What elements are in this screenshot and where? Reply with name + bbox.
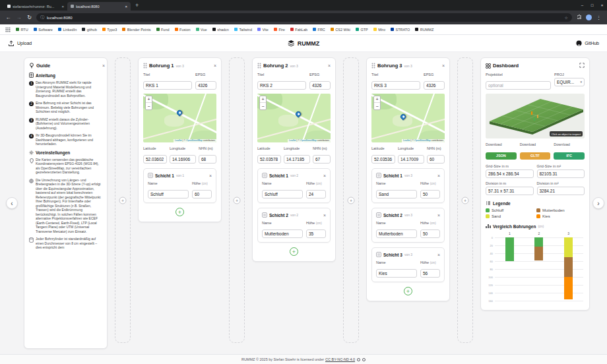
- chart-segment-schluff[interactable]: [534, 237, 543, 247]
- bookmark-item[interactable]: RUMMZ: [415, 28, 433, 32]
- download-gltf-button[interactable]: GLTF: [520, 152, 551, 160]
- leaflet-map[interactable]: + − Leaflet | © OpenStreetMap contributo…: [371, 94, 445, 142]
- epsg-input[interactable]: [195, 81, 216, 90]
- bookmark-star-icon[interactable]: ☆: [565, 15, 568, 20]
- guide-close-icon[interactable]: ×: [102, 63, 105, 68]
- minimize-button[interactable]: –: [577, 0, 587, 11]
- bookmark-item[interactable]: STRATO: [391, 28, 410, 32]
- bookmark-item[interactable]: Miro: [373, 28, 385, 32]
- longitude-input[interactable]: [398, 155, 424, 164]
- add-bohrung-button[interactable]: +: [234, 197, 241, 204]
- scroll-left-button[interactable]: ‹: [6, 197, 18, 209]
- github-link[interactable]: GitHub: [576, 40, 599, 46]
- zoom-out-button[interactable]: −: [260, 103, 266, 109]
- schicht-close-icon[interactable]: ×: [323, 213, 326, 218]
- bookmark-item[interactable]: shadcn: [212, 28, 229, 32]
- chart-segment-schluff[interactable]: [505, 237, 514, 261]
- bohrung-close-icon[interactable]: ×: [214, 63, 216, 68]
- window-close-button[interactable]: ×: [597, 0, 607, 11]
- nhn-input[interactable]: [199, 155, 216, 164]
- back-button[interactable]: ←: [5, 15, 12, 20]
- zoom-in-button[interactable]: +: [260, 96, 266, 103]
- hoehe-input[interactable]: [192, 190, 212, 198]
- latitude-input[interactable]: [371, 155, 395, 164]
- zoom-in-button[interactable]: +: [146, 96, 152, 103]
- browser-tab-1[interactable]: stefanstoehr/rummz: Ru... ×: [4, 2, 67, 11]
- download-ifc-button[interactable]: IFC: [554, 152, 585, 160]
- license-link[interactable]: CC BY-NC-ND 4.0: [325, 357, 355, 361]
- bookmark-item[interactable]: Fusion: [175, 28, 191, 32]
- schicht-name-input[interactable]: [376, 190, 417, 198]
- add-schicht-button[interactable]: +: [176, 208, 184, 216]
- hoehe-input[interactable]: [420, 269, 440, 278]
- schicht-close-icon[interactable]: ×: [437, 253, 440, 257]
- schicht-name-input[interactable]: [376, 269, 417, 278]
- site-info-icon[interactable]: ⓘ: [40, 15, 44, 20]
- hoehe-input[interactable]: [306, 229, 326, 238]
- latitude-input[interactable]: [257, 155, 281, 164]
- chart-bar-bohrung-2[interactable]: [534, 237, 543, 260]
- schicht-close-icon[interactable]: ×: [209, 173, 212, 178]
- add-bohrung-button[interactable]: +: [119, 197, 127, 204]
- osm-link[interactable]: OpenStreetMap: [300, 139, 317, 142]
- longitude-input[interactable]: [170, 155, 196, 164]
- profile-avatar[interactable]: [586, 15, 592, 20]
- bookmark-item[interactable]: Fire: [274, 28, 285, 32]
- forward-button[interactable]: →: [15, 15, 22, 20]
- epsg-input[interactable]: [309, 81, 331, 90]
- leaflet-map[interactable]: + − Leaflet | © OpenStreetMap contributo…: [257, 94, 331, 142]
- bookmark-item[interactable]: Software: [34, 28, 53, 32]
- titel-input[interactable]: [143, 81, 192, 90]
- schicht-close-icon[interactable]: ×: [323, 173, 326, 178]
- bohrung-close-icon[interactable]: ×: [328, 63, 331, 68]
- add-bohrung-button[interactable]: +: [462, 197, 469, 204]
- leaflet-map[interactable]: + − Leaflet | © OpenStreetMap contributo…: [143, 94, 216, 142]
- leaflet-link[interactable]: Leaflet: [403, 139, 410, 142]
- zoom-out-button[interactable]: −: [146, 103, 152, 109]
- chart-segment-mutterboden[interactable]: [534, 247, 543, 260]
- leaflet-link[interactable]: Leaflet: [289, 139, 296, 142]
- zoom-out-button[interactable]: −: [374, 103, 380, 109]
- bookmark-item[interactable]: FabLab: [290, 28, 307, 32]
- reload-button[interactable]: ↻: [26, 15, 33, 20]
- grip-icon[interactable]: [257, 63, 261, 69]
- schicht-name-input[interactable]: [262, 229, 303, 238]
- chart-segment-kies[interactable]: [564, 277, 573, 299]
- nhn-input[interactable]: [427, 155, 445, 164]
- titel-input[interactable]: [371, 81, 420, 90]
- longitude-input[interactable]: [284, 155, 310, 164]
- bookmark-item[interactable]: RTU: [16, 28, 28, 32]
- add-schicht-button[interactable]: +: [404, 287, 412, 295]
- proj-select[interactable]: EQUIR...▾: [554, 78, 585, 86]
- browser-menu-icon[interactable]: ⋮: [595, 15, 602, 20]
- schicht-name-input[interactable]: [376, 229, 417, 238]
- bookmark-item[interactable]: LinkedIn: [58, 28, 77, 32]
- schicht-name-input[interactable]: [262, 190, 303, 198]
- extensions-icon[interactable]: [575, 15, 583, 20]
- guide-scroll-area[interactable]: Anleitung 1Das Akronym RUMMZ steht für r…: [29, 73, 105, 344]
- grip-icon[interactable]: [143, 63, 147, 69]
- bookmark-item[interactable]: Fund: [156, 28, 170, 32]
- leaflet-link[interactable]: Leaflet: [175, 139, 182, 142]
- osm-link[interactable]: OpenStreetMap: [414, 139, 431, 142]
- bookmark-item[interactable]: Blender Points: [122, 28, 150, 32]
- chart-bar-bohrung-1[interactable]: [505, 237, 514, 261]
- epsg-input[interactable]: [424, 81, 445, 90]
- chart-bar-bohrung-3[interactable]: [564, 237, 573, 299]
- browser-tab-2[interactable]: localhost:8080 ×: [67, 2, 131, 11]
- terrain-3d-viewport[interactable]: Click an object to inspect: [486, 94, 585, 138]
- bohrung-close-icon[interactable]: ×: [442, 63, 445, 68]
- schicht-close-icon[interactable]: ×: [437, 213, 440, 218]
- add-schicht-button[interactable]: +: [290, 247, 298, 256]
- add-bohrung-button[interactable]: +: [348, 197, 355, 204]
- hoehe-input[interactable]: [420, 229, 440, 238]
- titel-input[interactable]: [257, 81, 306, 90]
- grip-icon[interactable]: [371, 63, 375, 69]
- projekttitel-input[interactable]: [486, 81, 551, 90]
- bookmark-item[interactable]: Tailwind: [234, 28, 252, 32]
- osm-link[interactable]: OpenStreetMap: [186, 139, 203, 142]
- schicht-name-input[interactable]: [148, 190, 189, 198]
- scroll-right-button[interactable]: ›: [592, 197, 604, 209]
- bookmark-item[interactable]: CS2 Wiki: [331, 28, 350, 32]
- bookmark-item[interactable]: Typo3: [102, 28, 117, 32]
